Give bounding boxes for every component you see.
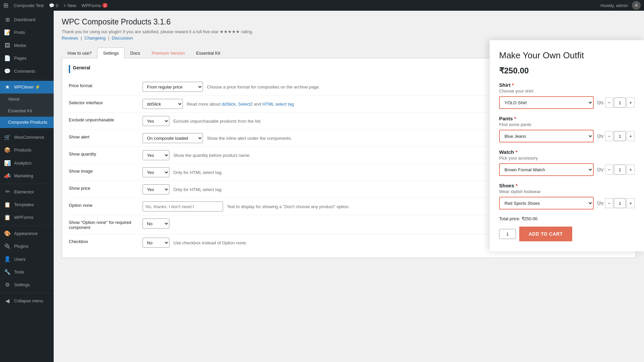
tab-settings[interactable]: Settings <box>97 48 124 58</box>
sidebar-item-essential-kit[interactable]: Essential Kit <box>0 105 54 117</box>
wp-logo-icon[interactable]: ⊞ <box>3 2 8 9</box>
price-format-select[interactable]: From regular price From sale price Total… <box>143 82 203 92</box>
sidebar-item-label: Media <box>14 43 26 49</box>
option-none-required-select[interactable]: No Yes <box>143 219 169 229</box>
watch-label: Watch * <box>499 149 635 155</box>
add-to-cart-button[interactable]: ADD TO CART <box>519 227 572 241</box>
pants-control-row: Blue Jeans Black Jeans Chinos Qty: − + <box>499 130 635 142</box>
tab-essential-kit[interactable]: Essential Kit <box>191 48 226 58</box>
adminbar-site-name[interactable]: Composite Test <box>14 3 44 8</box>
link-select2[interactable]: Select2 <box>238 102 253 107</box>
watch-qty-input[interactable] <box>614 165 626 175</box>
sidebar-item-label: Templates <box>14 202 34 208</box>
page-links: Reviews | Changelog | Discussion <box>62 36 636 41</box>
show-price-select[interactable]: Yes No <box>143 184 169 194</box>
pants-qty-minus[interactable]: − <box>605 131 613 141</box>
sidebar-item-posts[interactable]: 📝 Posts <box>0 26 54 39</box>
tab-premium-version[interactable]: Premium Version <box>146 48 191 58</box>
sidebar-item-label: Composite Products <box>8 119 47 125</box>
sidebar-item-marketing[interactable]: 📣 Marketing <box>0 170 54 182</box>
option-none-required-label: Show "Option none" for required componen… <box>69 220 131 230</box>
sidebar-item-wpclever[interactable]: ★ WPClever ⚡ <box>0 81 54 94</box>
exclude-unpurchasable-label: Exclude unpurchasable <box>69 117 114 122</box>
tab-docs[interactable]: Docs <box>124 48 146 58</box>
sidebar-item-settings[interactable]: ⚙ Settings <box>0 279 54 291</box>
sidebar-item-users[interactable]: 👤 Users <box>0 253 54 265</box>
shoes-qty-input[interactable] <box>614 198 626 208</box>
link-discussion[interactable]: Discussion <box>112 36 133 41</box>
main-qty-input[interactable] <box>499 229 516 239</box>
wpclever-icon: ★ <box>4 83 11 91</box>
admin-avatar[interactable]: A <box>632 1 641 10</box>
shoes-control-row: Red Sports Shoes Black Leather Shoes Whi… <box>499 197 635 209</box>
show-alert-select[interactable]: On composite loaded Always Never <box>143 133 203 143</box>
sidebar-item-label: WPClever ⚡ <box>14 84 40 90</box>
show-price-desc: Only for HTML select tag. <box>173 187 223 192</box>
adminbar-notifications[interactable]: 💬 0 <box>49 3 58 8</box>
watch-qty-plus[interactable]: + <box>627 165 635 175</box>
sidebar-item-woocommerce[interactable]: 🛒 WooCommerce <box>0 131 54 144</box>
price-format-label: Price format <box>69 83 92 88</box>
shirt-qty-control: Qty: − + <box>597 98 635 108</box>
selector-interface-select[interactable]: ddSlick Select2 HTML select tag <box>143 99 183 109</box>
shoes-qty-minus[interactable]: − <box>605 198 613 208</box>
sidebar-item-appearance[interactable]: 🎨 Appearance <box>0 227 54 240</box>
sidebar: ⊞ Dashboard 📝 Posts 🖼 Media 📄 Pages 💬 Co… <box>0 11 54 362</box>
link-reviews[interactable]: Reviews <box>62 36 78 41</box>
watch-required-star: * <box>516 149 518 155</box>
sidebar-item-about[interactable]: About <box>0 94 54 105</box>
watch-select[interactable]: Brown Formal Watch Silver Watch Smart Wa… <box>499 163 594 176</box>
sidebar-item-label: Elementor <box>14 189 34 195</box>
adminbar-wpforms[interactable]: WPForms 2 <box>82 3 108 8</box>
shirt-select[interactable]: YOLO Shirt Classic Shirt Polo Shirt <box>499 96 594 109</box>
show-image-desc: Only for HTML select tag. <box>173 170 223 175</box>
option-none-input[interactable] <box>143 201 223 212</box>
checkbox-select[interactable]: No Yes <box>143 238 169 248</box>
appearance-icon: 🎨 <box>4 230 11 237</box>
shirt-qty-minus[interactable]: − <box>605 98 613 108</box>
adminbar-new[interactable]: + New <box>64 3 76 8</box>
sidebar-item-plugins[interactable]: 🔌 Plugins <box>0 240 54 253</box>
shoes-qty-plus[interactable]: + <box>627 198 635 208</box>
watch-qty-control: Qty: − + <box>597 165 635 175</box>
adminbar-howdy: Howdy, admin <box>601 3 628 8</box>
woocommerce-icon: 🛒 <box>4 134 11 141</box>
admin-bar: ⊞ Composite Test 💬 0 + New WPForms 2 How… <box>0 0 644 11</box>
analytics-icon: 📊 <box>4 160 11 167</box>
shirt-qty-plus[interactable]: + <box>627 98 635 108</box>
show-image-select[interactable]: Yes No <box>143 167 169 177</box>
shirt-qty-input[interactable] <box>614 98 626 108</box>
shirt-required-star: * <box>512 82 514 88</box>
sidebar-item-composite-products[interactable]: Composite Products <box>0 117 54 128</box>
sidebar-item-templates[interactable]: 📋 Templates <box>0 198 54 211</box>
sidebar-item-dashboard[interactable]: ⊞ Dashboard <box>0 13 54 26</box>
tab-how-to-use[interactable]: How to use? <box>62 48 97 58</box>
pants-hint: Find some pants <box>499 122 635 127</box>
pants-qty-plus[interactable]: + <box>627 131 635 141</box>
sidebar-item-collapse[interactable]: ◀ Collapse menu <box>0 295 54 307</box>
sidebar-item-pages[interactable]: 📄 Pages <box>0 52 54 65</box>
sidebar-item-media[interactable]: 🖼 Media <box>0 39 54 52</box>
sidebar-item-label: Products <box>14 147 31 153</box>
sidebar-item-analytics[interactable]: 📊 Analytics <box>0 157 54 170</box>
wpforms-badge: 2 <box>102 3 108 8</box>
sidebar-item-label: Posts <box>14 29 25 36</box>
link-changelog[interactable]: Changelog <box>85 36 106 41</box>
pants-qty-input[interactable] <box>614 131 626 141</box>
link-ddslick[interactable]: ddSlick <box>222 102 236 107</box>
sidebar-item-comments[interactable]: 💬 Comments <box>0 65 54 78</box>
sidebar-item-label: About <box>8 96 19 102</box>
sidebar-item-wpforms[interactable]: 📋 WPForms <box>0 211 54 224</box>
sidebar-item-tools[interactable]: 🔧 Tools <box>0 266 54 279</box>
show-quantity-select[interactable]: Yes No <box>143 150 169 160</box>
pants-select[interactable]: Blue Jeans Black Jeans Chinos <box>499 130 594 142</box>
exclude-unpurchasable-select[interactable]: Yes No <box>143 116 169 126</box>
shoes-select[interactable]: Red Sports Shoes Black Leather Shoes Whi… <box>499 197 594 209</box>
posts-icon: 📝 <box>4 29 11 36</box>
sidebar-item-elementor[interactable]: ✏ Elementor <box>0 185 54 198</box>
watch-qty-minus[interactable]: − <box>605 165 613 175</box>
sidebar-item-products[interactable]: 📦 Products <box>0 144 54 157</box>
component-shoes: Shoes * Wear stylish footwear Red Sports… <box>499 183 635 209</box>
sidebar-item-label: Tools <box>14 269 24 275</box>
link-html-select[interactable]: HTML select tag <box>262 102 294 107</box>
